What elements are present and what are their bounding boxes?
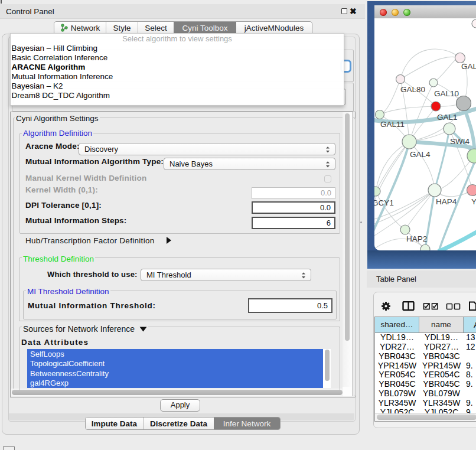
svg-text:YD: YD [471, 197, 476, 206]
svg-text:GAL7: GAL7 [461, 62, 476, 71]
svg-text:HAP4: HAP4 [436, 197, 457, 206]
svg-text:HAP2: HAP2 [406, 234, 427, 243]
svg-text:GAL1: GAL1 [437, 113, 458, 122]
svg-text:GAL4: GAL4 [410, 150, 431, 159]
svg-text:GAL10: GAL10 [434, 89, 459, 98]
svg-text:GAL11: GAL11 [380, 120, 405, 129]
svg-text:GAL80: GAL80 [400, 85, 425, 94]
svg-text:GCY1: GCY1 [374, 198, 394, 207]
svg-text:SWI4: SWI4 [450, 137, 470, 146]
